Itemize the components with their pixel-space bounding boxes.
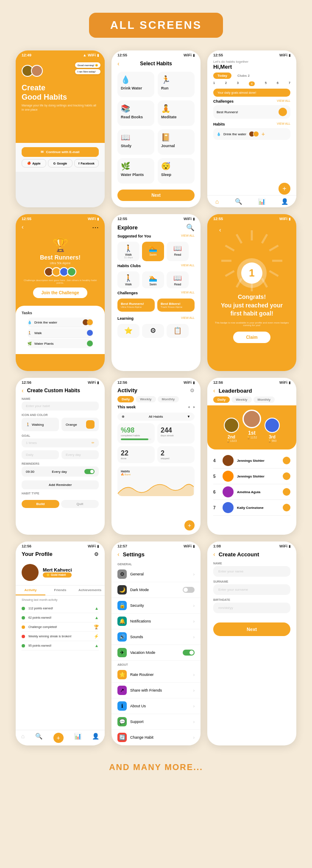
settings-row-general[interactable]: ⚙ General › bbox=[111, 567, 201, 582]
nav-activity[interactable]: 📊 bbox=[258, 198, 265, 205]
ca-birthdate-input[interactable]: mm/dd/yy bbox=[213, 603, 290, 613]
add-icon[interactable]: + bbox=[262, 131, 265, 137]
tab-daily[interactable]: Daily bbox=[117, 396, 134, 402]
back-button-2[interactable]: ‹ bbox=[117, 60, 120, 67]
tab-monthly[interactable]: Monthly bbox=[158, 396, 179, 402]
view-all-challenges[interactable]: VIEW ALL bbox=[181, 291, 195, 297]
nav-home[interactable]: ⌂ bbox=[215, 198, 219, 205]
vacation-toggle[interactable] bbox=[183, 650, 195, 656]
name-input[interactable]: Enter your habit bbox=[22, 402, 99, 410]
tab-weekly[interactable]: Weekly bbox=[136, 396, 156, 402]
view-all-suggested[interactable]: VIEW ALL bbox=[181, 234, 195, 240]
settings-row-rate[interactable]: ⭐ Rate Routiner › bbox=[111, 667, 201, 683]
nav-profile-10[interactable]: 👤 bbox=[92, 733, 99, 743]
back-button-12[interactable]: ‹ bbox=[213, 551, 215, 558]
quit-type-btn[interactable]: Quit bbox=[61, 500, 99, 508]
settings-row-security[interactable]: 🔒 Security › bbox=[111, 598, 201, 614]
settings-row-share[interactable]: ↗ Share with Friends › bbox=[111, 683, 201, 698]
suggested-swim[interactable]: 🏊 Swim bbox=[142, 242, 164, 261]
prev-week-btn[interactable]: ‹ bbox=[188, 405, 189, 409]
nav-explore[interactable]: 🔍 bbox=[235, 198, 242, 205]
fab-add[interactable]: + bbox=[279, 183, 290, 195]
nav-home-10[interactable]: ⌂ bbox=[21, 733, 25, 743]
club-read[interactable]: 📖 Read bbox=[167, 271, 189, 288]
lb-tab-weekly[interactable]: Weekly bbox=[231, 396, 251, 403]
profile-tab-activity[interactable]: Activity bbox=[16, 586, 45, 595]
day-2[interactable]: 2 bbox=[225, 81, 227, 86]
lb-tab-daily[interactable]: Daily bbox=[213, 396, 230, 403]
continue-email-btn[interactable]: ✉ Continue with E-mail bbox=[22, 147, 99, 157]
challenge-banner-1[interactable]: Best Runners! Ultra Frieze Alpine bbox=[117, 299, 155, 312]
challenge-card-1[interactable]: Best Runners! bbox=[213, 105, 290, 119]
join-challenge-btn[interactable]: Join the Challenge bbox=[33, 287, 88, 298]
frequency-input[interactable]: Every day bbox=[61, 450, 99, 459]
suggested-read[interactable]: 📖 Read bbox=[167, 242, 189, 261]
tab-today[interactable]: Today bbox=[213, 73, 231, 79]
claim-button[interactable]: Claim bbox=[233, 332, 270, 343]
day-5[interactable]: 5 bbox=[265, 81, 267, 86]
goal-input[interactable]: 1 times ✏ bbox=[22, 438, 99, 447]
club-swim[interactable]: 🏊 Swim bbox=[142, 271, 164, 288]
back-button-6[interactable]: ‹ bbox=[219, 226, 221, 233]
next-week-btn[interactable]: › bbox=[193, 405, 195, 409]
habit-study[interactable]: 📖 Study bbox=[117, 129, 154, 155]
habit-drink-water[interactable]: 💧 Drink Water bbox=[117, 72, 154, 97]
google-btn[interactable]: G Google bbox=[48, 159, 72, 167]
learning-card-3[interactable]: 📋 bbox=[167, 324, 189, 338]
nav-profile[interactable]: 👤 bbox=[281, 198, 288, 205]
habit-run[interactable]: 🏃 Run bbox=[158, 72, 195, 97]
reminder-toggle[interactable] bbox=[84, 469, 95, 474]
day-4[interactable]: 4 bbox=[249, 81, 255, 86]
settings-row-sounds[interactable]: 🔊 Sounds › bbox=[111, 629, 201, 645]
settings-row-vacation[interactable]: ✈ Vacation Mode bbox=[111, 645, 201, 661]
day-3[interactable]: 3 bbox=[237, 81, 239, 86]
profile-tab-achievements[interactable]: Achievements bbox=[75, 586, 105, 595]
ca-name-input[interactable]: Enter your name bbox=[213, 566, 290, 577]
nav-add-10[interactable]: + bbox=[53, 733, 64, 743]
tab-clubs[interactable]: Clubs 2 bbox=[233, 73, 254, 79]
habit-water-plants[interactable]: 🌿 Water Plants bbox=[117, 158, 154, 184]
color-input[interactable]: Orange bbox=[61, 418, 99, 431]
settings-row-change[interactable]: 🔄 Change Habit › bbox=[111, 730, 201, 745]
next-button-2[interactable]: Next bbox=[117, 190, 195, 201]
settings-row-notifications[interactable]: 🔔 Notifications › bbox=[111, 614, 201, 629]
habit-sleep[interactable]: 😴 Sleep bbox=[158, 158, 195, 184]
club-walk[interactable]: 🚶 Walk bbox=[117, 271, 139, 288]
day-6[interactable]: 6 bbox=[277, 81, 279, 86]
search-icon[interactable]: 🔍 bbox=[186, 223, 195, 232]
ca-surname-input[interactable]: Enter your surname bbox=[213, 584, 290, 595]
create-account-next-btn[interactable]: Next bbox=[213, 622, 290, 636]
suggested-walk[interactable]: 🚶 Walk 11 days bbox=[117, 242, 139, 261]
view-all-learning[interactable]: VIEW ALL bbox=[181, 316, 195, 322]
filter-icon[interactable]: ⚙ bbox=[190, 388, 195, 394]
nav-stats-10[interactable]: 📊 bbox=[74, 733, 81, 743]
habit-row-1[interactable]: 💧 Drink the water + bbox=[213, 128, 290, 140]
profile-tab-friends[interactable]: Friends bbox=[45, 586, 75, 595]
back-button-11[interactable]: ‹ bbox=[117, 551, 120, 558]
nav-explore-10[interactable]: 🔍 bbox=[35, 733, 42, 743]
back-button-7[interactable]: ‹ bbox=[22, 387, 24, 394]
profile-settings-icon[interactable]: ⚙ bbox=[94, 551, 99, 557]
view-all-clubs[interactable]: VIEW ALL bbox=[181, 264, 195, 270]
day-1[interactable]: 1 bbox=[213, 81, 215, 86]
day-7[interactable]: 7 bbox=[289, 81, 290, 86]
lb-tab-monthly[interactable]: Monthly bbox=[254, 396, 275, 403]
add-reminder-btn[interactable]: Add Reminder bbox=[22, 480, 99, 489]
darkmode-toggle[interactable] bbox=[183, 587, 195, 593]
all-habits-selector[interactable]: ⊕ All Habits ▼ bbox=[117, 413, 195, 421]
settings-row-about[interactable]: ℹ About Us › bbox=[111, 698, 201, 714]
learning-card-1[interactable]: ⭐ bbox=[117, 324, 139, 338]
icon-input[interactable]: 🚶 Walking bbox=[22, 418, 59, 431]
apple-btn[interactable]: 🍎 Apple bbox=[22, 159, 46, 167]
settings-row-darkmode[interactable]: 🌙 Dark Mode bbox=[111, 582, 201, 598]
build-type-btn[interactable]: Build bbox=[22, 500, 59, 508]
back-button-9[interactable]: ‹ bbox=[213, 387, 215, 394]
challenge-banner-2[interactable]: Best Bikers! Track Frieze Alpine bbox=[157, 299, 195, 312]
learning-card-2[interactable]: ⚙ bbox=[142, 324, 164, 338]
back-button-4[interactable]: ‹ bbox=[22, 223, 24, 232]
habit-meditate[interactable]: 🧘 Meditate bbox=[158, 100, 195, 126]
daily-select[interactable]: Daily bbox=[22, 450, 59, 459]
activity-fab[interactable]: + bbox=[184, 520, 195, 530]
settings-row-support[interactable]: 💬 Support › bbox=[111, 714, 201, 730]
facebook-btn[interactable]: f Facebook bbox=[74, 159, 99, 167]
